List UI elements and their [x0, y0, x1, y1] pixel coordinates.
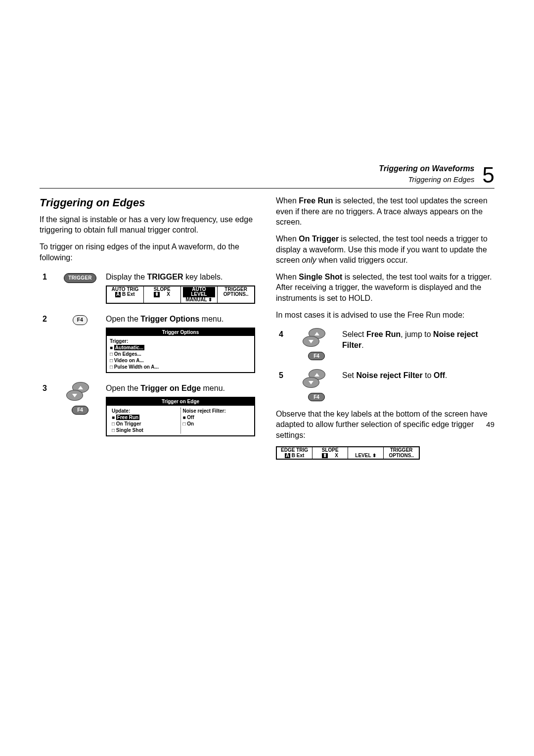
text-frag: When	[276, 196, 299, 205]
f4-key: F4	[308, 393, 325, 402]
bar-label: OPTIONS..	[223, 291, 249, 297]
arrow-pad-icon	[303, 370, 330, 388]
popup-title: Trigger on Edge	[107, 398, 254, 406]
chapter-number: 5	[483, 164, 494, 186]
trigger-on-edge-popup: Trigger on Edge Update: ■ Free Run □ On …	[106, 397, 255, 436]
popup-left-pane: Update: ■ Free Run □ On Trigger □ Single…	[110, 408, 181, 433]
bar-label: AUTO TRIG	[111, 286, 138, 292]
bar-cell: AUTO TRIG A B Ext	[107, 286, 144, 303]
step-text: Display the TRIGGER key labels. AUTO TRI…	[103, 269, 258, 311]
slope-icon: ⬍	[322, 453, 328, 459]
text-frag: .	[361, 341, 363, 349]
f4-key: F4	[308, 352, 325, 361]
slope-icon: ⬍	[154, 292, 160, 297]
header-chapter-title: Triggering on Waveforms	[379, 163, 474, 174]
popup-option: Video on A...	[114, 358, 144, 363]
popup-option-selected: Automatic...	[114, 345, 144, 350]
step-button-cell: F4	[294, 367, 339, 408]
text-frag: Open the	[106, 384, 140, 392]
f4-key: F4	[72, 406, 89, 415]
bar-label: B	[122, 291, 126, 297]
intro-paragraph-1: If the signal is instable or has a very …	[40, 214, 258, 236]
arrow-pad-icon	[303, 329, 330, 347]
text-frag: When	[276, 235, 299, 243]
text-frag-bold: Free Run	[299, 196, 333, 205]
bar-label-inv: A	[115, 292, 121, 297]
text-frag-bold: Noise reject Filter	[356, 371, 422, 379]
text-frag: Display the	[106, 273, 147, 281]
bar-label: B	[292, 453, 295, 458]
trigger-options-popup: Trigger Options Trigger: ■ Automatic... …	[106, 328, 255, 374]
paragraph: When On Trigger is selected, the test to…	[276, 234, 494, 266]
text-frag: Set	[342, 371, 356, 379]
popup-title: Trigger Options	[107, 329, 254, 336]
step-text: Set Noise reject Filter to Off.	[339, 367, 494, 408]
popup-option: Pulse Width on A...	[114, 364, 159, 370]
bar-label: Ext	[127, 291, 135, 297]
step-button-cell: F4	[57, 311, 103, 380]
paragraph: In most cases it is advised to use the F…	[276, 310, 494, 321]
text-frag: .	[445, 371, 447, 379]
bar-cell: SLOPE ⬍ X	[144, 286, 181, 303]
step-row: 3 F4 Open the Trigger on Edge menu. Trig…	[40, 380, 258, 443]
step-row: 2 F4 Open the Trigger Options menu. Trig…	[40, 311, 258, 380]
step-button-cell: F4	[57, 380, 103, 443]
bar-label: TRIGGER	[224, 286, 247, 292]
header-text: Triggering on Waveforms Triggering on Ed…	[379, 163, 474, 186]
steps-table-right: 4 F4 Select Free Run, jump to Noise reje…	[276, 326, 494, 408]
page-number: 49	[486, 420, 494, 429]
content-columns: Triggering on Edges If the signal is ins…	[40, 195, 494, 460]
popup-label: Trigger:	[110, 338, 128, 344]
paragraph: Observe that the key labels at the botto…	[276, 409, 494, 441]
step-text: Select Free Run, jump to Noise reject Fi…	[339, 326, 494, 367]
popup-label: Update:	[112, 408, 130, 414]
arrow-pad-icon	[66, 383, 94, 401]
text-frag-bold: Off	[434, 371, 445, 379]
step-number: 1	[40, 269, 57, 311]
text-frag: , jump to	[400, 330, 433, 338]
text-frag: menu.	[201, 384, 225, 392]
key-labels-bar: EDGE TRIG A B Ext SLOPE ⬍ X LEVEL ⬍ TRIG…	[276, 446, 420, 460]
bar-cell: TRIGGER OPTIONS..	[218, 286, 254, 303]
step-row: 4 F4 Select Free Run, jump to Noise reje…	[276, 326, 494, 367]
right-column: When Free Run is selected, the test tool…	[276, 195, 494, 460]
text-frag-italic: only	[302, 256, 316, 264]
steps-table-left: 1 TRIGGER Display the TRIGGER key labels…	[40, 269, 258, 443]
bar-label: Ext	[297, 453, 305, 458]
step-button-cell: F4	[294, 326, 339, 367]
bar-cell: TRIGGER OPTIONS..	[384, 447, 419, 459]
step-text: Open the Trigger on Edge menu. Trigger o…	[103, 380, 258, 443]
bar-label: TRIGGER	[390, 447, 413, 453]
popup-body: Trigger: ■ Automatic... □ On Edges... □ …	[107, 336, 254, 372]
text-frag-bold: Trigger on Edge	[140, 384, 201, 392]
left-column: Triggering on Edges If the signal is ins…	[40, 195, 258, 460]
text-frag: to	[423, 371, 434, 379]
bar-label-inv: AUTO LEVEL	[183, 287, 216, 297]
popup-option: Off	[187, 415, 194, 420]
document-page: Triggering on Waveforms Triggering on Ed…	[0, 0, 534, 756]
text-frag-bold: Trigger Options	[140, 315, 199, 323]
bar-label: OPTIONS..	[389, 453, 414, 458]
step-text: Open the Trigger Options menu. Trigger O…	[103, 311, 258, 380]
bar-label-inv: A	[285, 453, 290, 459]
popup-body: Update: ■ Free Run □ On Trigger □ Single…	[107, 406, 254, 435]
header-rule	[40, 188, 494, 189]
bar-label: LEVEL	[355, 453, 371, 458]
step-row: 1 TRIGGER Display the TRIGGER key labels…	[40, 269, 258, 311]
text-frag: When	[276, 273, 299, 281]
bar-cell: AUTO LEVEL MANUAL ⬍	[181, 286, 218, 303]
bar-label: SLOPE	[154, 286, 171, 292]
bar-label: SLOPE	[322, 447, 339, 453]
step-number: 2	[40, 311, 57, 380]
popup-option-selected: Free Run	[116, 415, 139, 420]
step-button-cell: TRIGGER	[57, 269, 103, 311]
key-labels-bar: AUTO TRIG A B Ext SLOPE ⬍ X AUTO LEVEL	[106, 285, 255, 304]
text-frag-bold: Free Run	[366, 330, 400, 338]
bar-cell: SLOPE ⬍ X	[312, 447, 348, 459]
page-header: Triggering on Waveforms Triggering on Ed…	[40, 163, 494, 186]
text-frag-bold: On Trigger	[299, 235, 339, 243]
popup-label: Noise reject Filter:	[183, 408, 226, 414]
paragraph: When Free Run is selected, the test tool…	[276, 195, 494, 228]
intro-paragraph-2: To trigger on rising edges of the input …	[40, 241, 258, 263]
popup-option: On	[187, 421, 194, 426]
